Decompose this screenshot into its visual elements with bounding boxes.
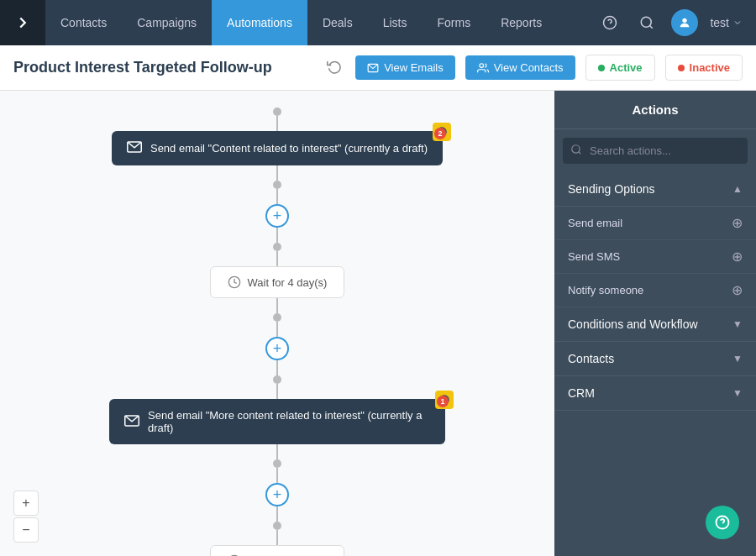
inactive-status-button[interactable]: Inactive — [665, 55, 743, 81]
wait-node-text-0: Wait for 4 day(s) — [248, 276, 328, 289]
connector-line-6 — [276, 322, 278, 337]
workflow-canvas[interactable]: Send email "Content related to interest"… — [0, 91, 554, 556]
connector-line-9 — [276, 444, 278, 459]
search-icon-btn[interactable] — [634, 10, 659, 35]
add-button-3[interactable]: + — [265, 483, 289, 506]
email-node-text-1: Send email "More content related to inte… — [148, 409, 430, 434]
wait-node-0[interactable]: Wait for 4 day(s) — [210, 266, 345, 298]
header-bar: Product Interest Targeted Follow-up View… — [0, 45, 756, 91]
section-crm[interactable]: CRM ▼ — [554, 376, 756, 411]
main-layout: Send email "Content related to interest"… — [0, 91, 756, 556]
nav-item-lists[interactable]: Lists — [368, 0, 423, 45]
email-node-text-0: Send email "Content related to interest"… — [150, 142, 428, 155]
svg-point-4 — [683, 18, 687, 23]
help-icon-btn[interactable] — [597, 10, 622, 35]
active-dot — [598, 65, 605, 71]
add-button-1[interactable]: + — [265, 204, 289, 228]
svg-point-2 — [642, 17, 652, 27]
nav-logo[interactable] — [0, 0, 45, 45]
connector-dot-5 — [273, 459, 281, 468]
connector-line-1 — [276, 165, 278, 181]
badge-num-0: 2 — [434, 128, 446, 139]
nav-item-reports[interactable]: Reports — [486, 0, 557, 45]
nav-item-contacts[interactable]: Contacts — [45, 0, 122, 45]
connector-dot-6 — [273, 522, 281, 530]
connector-line-10 — [276, 468, 278, 483]
nav-item-forms[interactable]: Forms — [423, 0, 486, 45]
action-send-email[interactable]: Send email ⊕ — [554, 207, 756, 240]
action-send-sms[interactable]: Send SMS ⊕ — [554, 240, 756, 274]
connector-dot-2 — [273, 243, 281, 251]
right-panel: Actions Sending Options ▲ Send email ⊕ S… — [554, 91, 756, 556]
connector-line-12 — [276, 530, 278, 545]
page-title: Product Interest Targeted Follow-up — [13, 59, 313, 76]
action-notify-someone[interactable]: Notify someone ⊕ — [554, 274, 756, 307]
connector-line-4 — [276, 251, 278, 266]
avatar[interactable] — [671, 9, 698, 36]
workflow: Send email "Content related to interest"… — [109, 108, 445, 556]
inactive-dot — [678, 65, 685, 71]
connector-line-5 — [276, 298, 278, 313]
help-button[interactable] — [706, 506, 739, 539]
email-node-wrapper-0: Send email "Content related to interest"… — [112, 131, 443, 165]
section-sending-options[interactable]: Sending Options ▲ — [554, 172, 756, 207]
view-emails-button[interactable]: View Emails — [355, 55, 455, 80]
email-icon-0 — [127, 141, 142, 155]
connector-dot-1 — [273, 181, 281, 189]
connector-dot-3 — [273, 313, 281, 322]
nav-item-automations[interactable]: Automations — [212, 0, 307, 45]
connector-line-7 — [276, 360, 278, 375]
search-icon — [570, 144, 582, 159]
svg-line-3 — [650, 25, 653, 28]
plus-icon-send-email: ⊕ — [732, 215, 743, 231]
nav-item-deals[interactable]: Deals — [307, 0, 368, 45]
panel-title: Actions — [554, 91, 756, 129]
badge-num-1: 1 — [437, 396, 449, 407]
svg-point-6 — [480, 63, 484, 67]
view-contacts-button[interactable]: View Contacts — [465, 55, 575, 80]
section-conditions-workflow[interactable]: Conditions and Workflow ▼ — [554, 307, 756, 342]
add-button-2[interactable]: + — [265, 337, 289, 360]
chevron-down-icon-3: ▼ — [732, 387, 743, 399]
connector-line-8 — [276, 384, 278, 399]
nav-item-campaigns[interactable]: Campaigns — [122, 0, 212, 45]
sending-options-items: Send email ⊕ Send SMS ⊕ Notify someone ⊕ — [554, 207, 756, 307]
plus-icon-notify-someone: ⊕ — [732, 282, 743, 298]
search-input[interactable] — [563, 138, 748, 164]
top-navigation: Contacts Campaigns Automations Deals Lis… — [0, 0, 756, 45]
active-status-button[interactable]: Active — [585, 55, 655, 81]
svg-line-13 — [579, 151, 581, 154]
user-menu[interactable]: test — [710, 16, 743, 29]
section-contacts[interactable]: Contacts ▼ — [554, 342, 756, 376]
chevron-down-icon-1: ▼ — [732, 318, 743, 330]
connector-dot-4 — [273, 375, 281, 384]
email-icon-1 — [124, 415, 139, 429]
zoom-in-button[interactable]: + — [13, 490, 39, 516]
connector-line — [276, 116, 278, 131]
zoom-out-button[interactable]: − — [13, 517, 39, 543]
email-node-1[interactable]: Send email "More content related to inte… — [109, 399, 445, 444]
nav-items: Contacts Campaigns Automations Deals Lis… — [45, 0, 597, 45]
connector-line-11 — [276, 506, 278, 522]
connector-dot — [273, 108, 281, 116]
nav-right: test — [597, 9, 756, 36]
wait-node-1[interactable]: Wait for 5 day(s) — [210, 545, 345, 556]
plus-icon-send-sms: ⊕ — [732, 249, 743, 265]
zoom-controls: + − — [13, 490, 39, 543]
connector-line-3 — [276, 228, 278, 243]
search-box — [563, 138, 748, 164]
chevron-down-icon-2: ▼ — [732, 353, 743, 365]
connector-line-2 — [276, 189, 278, 204]
chevron-up-icon: ▲ — [732, 183, 743, 195]
email-node-wrapper-1: Send email "More content related to inte… — [109, 399, 445, 444]
email-node-0[interactable]: Send email "Content related to interest"… — [112, 131, 443, 165]
history-icon[interactable] — [323, 55, 345, 81]
svg-point-12 — [572, 144, 580, 152]
